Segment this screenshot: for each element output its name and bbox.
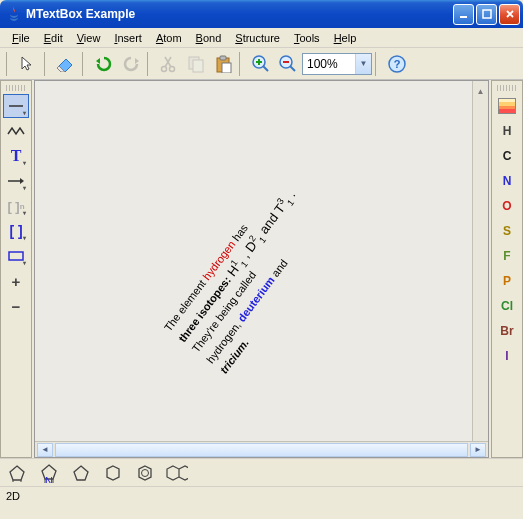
right-palette: H C N O S F P Cl Br I [491, 80, 523, 458]
element-n-button[interactable]: N [494, 169, 520, 193]
menu-bond[interactable]: Bond [190, 30, 228, 46]
cyclohexane-button[interactable] [102, 464, 124, 482]
element-br-button[interactable]: Br [494, 319, 520, 343]
periodic-table-button[interactable] [494, 94, 520, 118]
single-bond-tool[interactable] [3, 94, 29, 118]
window-titlebar: MTextBox Example [0, 0, 523, 28]
scroll-right-button[interactable]: ► [470, 443, 486, 457]
select-tool-button[interactable] [15, 51, 41, 77]
scroll-thumb[interactable] [474, 96, 488, 441]
element-c-button[interactable]: C [494, 144, 520, 168]
zoom-in-button[interactable] [248, 51, 274, 77]
java-icon [6, 6, 22, 22]
benzene-button[interactable] [134, 464, 156, 482]
element-s-button[interactable]: S [494, 219, 520, 243]
svg-rect-8 [222, 63, 231, 73]
svg-rect-1 [483, 10, 491, 18]
main-toolbar: 100% ▼ ? [0, 48, 523, 80]
redo-button[interactable] [118, 51, 144, 77]
zoom-combo[interactable]: 100% ▼ [302, 53, 372, 75]
element-i-button[interactable]: I [494, 344, 520, 368]
undo-button[interactable] [91, 51, 117, 77]
text-tool[interactable]: T [3, 144, 29, 168]
bracket-tool[interactable]: [ ] [3, 219, 29, 243]
canvas-hscroll[interactable]: ◄ ► [35, 441, 488, 457]
hscroll-thumb[interactable] [55, 443, 468, 457]
paste-button[interactable] [210, 51, 236, 77]
status-bar: 2D [0, 486, 523, 506]
copy-button[interactable] [183, 51, 209, 77]
element-o-button[interactable]: O [494, 194, 520, 218]
cut-button[interactable] [156, 51, 182, 77]
palette-grip [497, 85, 517, 91]
svg-point-21 [142, 469, 149, 476]
zoom-out-button[interactable] [275, 51, 301, 77]
pyrrole-button[interactable]: N [38, 464, 60, 482]
menu-tools[interactable]: Tools [288, 30, 326, 46]
svg-rect-15 [9, 252, 23, 260]
element-p-button[interactable]: P [494, 269, 520, 293]
status-mode: 2D [6, 490, 20, 502]
rotated-textbox[interactable]: The element hydrogen has three isotopes:… [159, 145, 364, 377]
canvas-area: The element hydrogen has three isotopes:… [34, 80, 489, 458]
palette-grip [6, 85, 26, 91]
menu-atom[interactable]: Atom [150, 30, 188, 46]
scroll-left-button[interactable]: ◄ [37, 443, 53, 457]
menu-structure[interactable]: Structure [229, 30, 286, 46]
naphthalene-button[interactable] [166, 464, 188, 482]
cyclopentane-button[interactable] [70, 464, 92, 482]
element-h-button[interactable]: H [494, 119, 520, 143]
menu-view[interactable]: View [71, 30, 107, 46]
zoom-dropdown-button[interactable]: ▼ [355, 54, 371, 74]
charge-plus-tool[interactable]: + [3, 269, 29, 293]
cyclopentadiene-button[interactable] [6, 464, 28, 482]
left-palette: T [ ]n [ ] + − [0, 80, 32, 458]
close-button[interactable] [499, 4, 520, 25]
rectangle-tool[interactable] [3, 244, 29, 268]
periodic-table-icon [498, 98, 516, 114]
maximize-button[interactable] [476, 4, 497, 25]
element-cl-button[interactable]: Cl [494, 294, 520, 318]
zoom-value[interactable]: 100% [303, 57, 355, 71]
menu-edit[interactable]: Edit [38, 30, 69, 46]
svg-point-3 [170, 66, 175, 71]
menu-help[interactable]: Help [328, 30, 363, 46]
ring-template-bar: N [0, 458, 523, 486]
scroll-up-icon[interactable]: ▲ [477, 87, 485, 96]
svg-rect-5 [193, 60, 203, 72]
menu-bar: File Edit View Insert Atom Bond Structur… [0, 28, 523, 48]
eraser-button[interactable] [53, 51, 79, 77]
chain-tool[interactable] [3, 119, 29, 143]
svg-rect-7 [220, 56, 226, 60]
canvas-vscroll[interactable]: ▲ [472, 81, 488, 441]
drawing-canvas[interactable]: The element hydrogen has three isotopes:… [35, 81, 488, 441]
minimize-button[interactable] [453, 4, 474, 25]
window-title: MTextBox Example [26, 7, 453, 21]
svg-text:N: N [45, 475, 53, 483]
svg-rect-0 [460, 16, 467, 18]
charge-minus-tool[interactable]: − [3, 294, 29, 318]
help-button[interactable]: ? [384, 51, 410, 77]
svg-point-2 [162, 66, 167, 71]
toolbar-grip [6, 52, 12, 76]
menu-file[interactable]: File [6, 30, 36, 46]
bracket-subscript-tool[interactable]: [ ]n [3, 194, 29, 218]
menu-insert[interactable]: Insert [108, 30, 148, 46]
workspace: T [ ]n [ ] + − The element hydrogen has … [0, 80, 523, 458]
arrow-tool[interactable] [3, 169, 29, 193]
element-f-button[interactable]: F [494, 244, 520, 268]
svg-text:?: ? [394, 58, 401, 70]
